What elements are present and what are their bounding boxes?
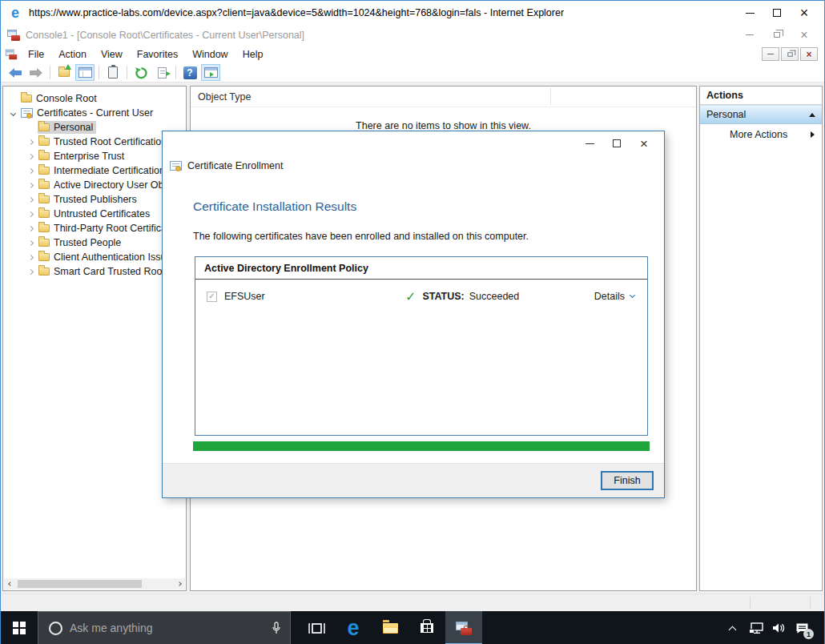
more-actions-label: More Actions bbox=[730, 129, 787, 140]
export-list-button[interactable] bbox=[152, 64, 171, 81]
menu-favorites[interactable]: Favorites bbox=[130, 46, 185, 62]
child-restore-button[interactable] bbox=[781, 47, 799, 61]
menu-file[interactable]: File bbox=[21, 46, 51, 62]
tree-horizontal-scrollbar[interactable] bbox=[4, 578, 185, 590]
tree-item[interactable]: Enterprise Trust bbox=[3, 149, 186, 163]
dialog-close-button[interactable]: × bbox=[630, 135, 658, 151]
tree-item[interactable]: Untrusted Certificates bbox=[3, 207, 186, 221]
chevron-right-icon[interactable] bbox=[27, 268, 33, 274]
tree-item[interactable]: Third-Party Root Certifica bbox=[3, 221, 186, 235]
show-console-tree-icon bbox=[78, 67, 92, 78]
menu-action[interactable]: Action bbox=[51, 46, 94, 62]
chevron-right-icon[interactable] bbox=[27, 196, 33, 202]
certificate-name: EFSUser bbox=[224, 291, 265, 302]
minimize-icon bbox=[746, 13, 755, 14]
scrollbar-thumb[interactable] bbox=[18, 580, 142, 588]
back-button[interactable] bbox=[6, 64, 25, 81]
tree-item[interactable]: Trusted Publishers bbox=[3, 192, 186, 207]
minimize-icon bbox=[746, 34, 754, 35]
tree-item-label: Active Directory User Obj bbox=[54, 179, 166, 191]
chevron-right-icon[interactable] bbox=[27, 254, 33, 260]
tree-item[interactable]: Trusted Root Certification bbox=[3, 135, 186, 149]
tree-item[interactable]: Active Directory User Obj bbox=[3, 178, 186, 192]
help-button[interactable]: ? bbox=[180, 64, 199, 81]
network-tray-button[interactable] bbox=[745, 611, 767, 644]
file-explorer-button[interactable] bbox=[372, 611, 408, 644]
start-button[interactable] bbox=[1, 611, 38, 644]
scroll-left-button[interactable] bbox=[4, 578, 16, 590]
close-icon: × bbox=[640, 137, 648, 151]
list-column-header[interactable]: Object Type bbox=[191, 87, 696, 107]
volume-icon bbox=[772, 622, 786, 634]
tree-item[interactable]: Intermediate Certification bbox=[3, 163, 186, 178]
child-close-button[interactable]: × bbox=[800, 47, 818, 61]
minimize-icon bbox=[767, 54, 774, 54]
search-input[interactable] bbox=[70, 622, 263, 634]
refresh-button[interactable] bbox=[131, 64, 151, 81]
child-minimize-button[interactable] bbox=[762, 47, 779, 61]
certificate-checkbox[interactable]: ✓ bbox=[207, 292, 217, 302]
scroll-right-button[interactable] bbox=[173, 578, 185, 590]
dialog-minimize-button[interactable] bbox=[576, 135, 603, 151]
tree-item-certificates-current-user[interactable]: Certificates - Current User bbox=[3, 106, 186, 120]
export-folder-icon bbox=[58, 69, 70, 77]
tree-item-label: Personal bbox=[54, 122, 93, 133]
chevron-left-icon bbox=[8, 582, 13, 586]
tree-item-personal[interactable]: Personal bbox=[3, 120, 186, 135]
dialog-maximize-button[interactable] bbox=[603, 135, 630, 151]
mic-icon[interactable] bbox=[272, 622, 280, 634]
menu-window[interactable]: Window bbox=[185, 46, 235, 62]
console-tree-panel: Console Root Certificates - Current User… bbox=[2, 86, 187, 591]
menu-help[interactable]: Help bbox=[235, 46, 271, 62]
mmc-minimize-button[interactable] bbox=[736, 26, 763, 45]
collapse-icon[interactable] bbox=[809, 113, 815, 117]
chevron-right-icon[interactable] bbox=[27, 225, 33, 231]
ie-close-button[interactable]: × bbox=[791, 3, 818, 22]
chevron-right-icon[interactable] bbox=[27, 139, 33, 144]
taskbar-search[interactable] bbox=[38, 611, 291, 644]
tree-item-label: Certificates - Current User bbox=[37, 107, 153, 119]
mmc-restore-button[interactable] bbox=[763, 26, 791, 45]
tree-item[interactable]: Client Authentication Issu bbox=[3, 250, 186, 264]
finish-button[interactable]: Finish bbox=[601, 471, 654, 490]
chevron-right-icon[interactable] bbox=[27, 153, 33, 159]
volume-tray-button[interactable] bbox=[768, 611, 790, 644]
properties-button[interactable] bbox=[103, 64, 123, 81]
folder-icon bbox=[38, 138, 50, 146]
tree-item-console-root[interactable]: Console Root bbox=[3, 91, 186, 106]
store-button[interactable] bbox=[408, 611, 445, 644]
export-folder-button[interactable] bbox=[54, 64, 74, 81]
ie-maximize-button[interactable] bbox=[763, 3, 791, 22]
edge-button[interactable]: e bbox=[335, 611, 372, 644]
show-console-tree-button[interactable] bbox=[75, 64, 95, 81]
folder-icon bbox=[38, 253, 50, 261]
start-icon bbox=[13, 622, 26, 634]
tree-item[interactable]: Smart Card Trusted Roots bbox=[3, 264, 186, 279]
chevron-down-icon[interactable] bbox=[10, 110, 15, 115]
file-explorer-icon bbox=[383, 623, 398, 634]
show-action-pane-button[interactable] bbox=[201, 64, 220, 81]
actions-context-personal[interactable]: Personal bbox=[700, 105, 822, 124]
ie-minimize-button[interactable] bbox=[736, 3, 763, 22]
tree-item[interactable]: Trusted People bbox=[3, 235, 186, 250]
maximize-icon bbox=[773, 9, 781, 17]
more-actions-item[interactable]: More Actions bbox=[700, 124, 822, 145]
mmc-toolbox-icon bbox=[456, 622, 472, 635]
column-divider[interactable] bbox=[550, 88, 551, 105]
details-expander[interactable]: Details bbox=[594, 291, 634, 302]
action-center-button[interactable]: 1 bbox=[791, 611, 813, 644]
task-view-button[interactable] bbox=[298, 611, 335, 644]
chevron-right-icon[interactable] bbox=[27, 167, 33, 173]
certificates-snapin-icon bbox=[21, 108, 33, 118]
chevron-right-icon[interactable] bbox=[27, 211, 33, 216]
chevron-right-icon[interactable] bbox=[27, 182, 33, 187]
actions-context-label: Personal bbox=[706, 109, 746, 120]
chevron-down-icon bbox=[630, 292, 635, 298]
mmc-close-button[interactable]: × bbox=[791, 26, 818, 45]
folder-icon bbox=[38, 195, 50, 203]
chevron-right-icon[interactable] bbox=[27, 239, 33, 245]
menu-view[interactable]: View bbox=[94, 46, 130, 62]
tray-overflow-button[interactable] bbox=[722, 611, 743, 644]
forward-button[interactable] bbox=[26, 64, 46, 81]
mmc-taskbar-button[interactable] bbox=[445, 611, 482, 644]
